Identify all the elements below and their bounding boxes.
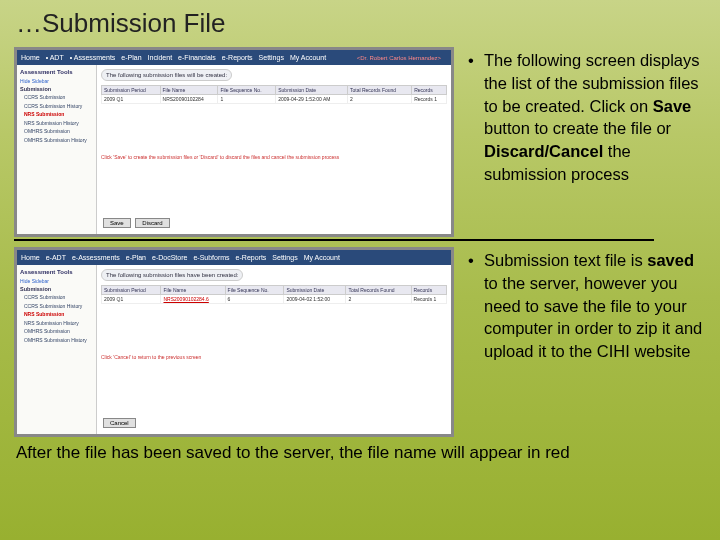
sidebar-item[interactable]: CCRS Submission <box>20 94 93 101</box>
cancel-button[interactable]: Cancel <box>103 418 136 428</box>
row-2: Home e-ADT e-Assessments e-Plan e-DocSto… <box>0 247 720 437</box>
sidebar-item[interactable]: NRS Submission History <box>20 320 93 327</box>
hint-text: Click 'Save' to create the submission fi… <box>101 154 447 160</box>
nav-account[interactable]: My Account <box>290 54 326 61</box>
discard-button[interactable]: Discard <box>135 218 169 228</box>
sidebar-item[interactable]: OMHRS Submission <box>20 328 93 335</box>
th-filename: File Name <box>160 86 218 95</box>
sidebar-item[interactable]: CCRS Submission <box>20 294 93 301</box>
sidebar-section: Submission <box>20 286 93 292</box>
sidebar-item[interactable]: CCRS Submission History <box>20 103 93 110</box>
nav-reports[interactable]: e-Reports <box>222 54 253 61</box>
td-period: 2009 Q1 <box>102 295 161 304</box>
footer-text: After the file has been saved to the ser… <box>0 437 720 469</box>
nav-assess[interactable]: • Assessments <box>70 54 116 61</box>
nav-sub[interactable]: e-Subforms <box>193 254 229 261</box>
td-total: 2 <box>348 95 412 104</box>
th-seqno: File Sequence No. <box>225 286 284 295</box>
bullet-list-2: Submission text file is saved to the ser… <box>464 247 706 437</box>
sidebar-item-active[interactable]: NRS Submission <box>20 111 93 118</box>
nav-account[interactable]: My Account <box>304 254 340 261</box>
td-records: Records 1 <box>411 295 446 304</box>
sidebar-item[interactable]: CCRS Submission History <box>20 303 93 310</box>
submission-table: Submission Period File Name File Sequenc… <box>101 85 447 104</box>
th-period: Submission Period <box>102 286 161 295</box>
th-records: Records <box>411 286 446 295</box>
main-pane: The following submission files will be c… <box>97 65 451 234</box>
th-filename: File Name <box>161 286 225 295</box>
main-pane: The following submission files have been… <box>97 265 451 434</box>
table-row: 2009 Q1 NRS20090102284.6 6 2009-04-02 1:… <box>102 295 447 304</box>
current-user: <Dr. Robert Carlos Hernandez> <box>357 55 441 61</box>
bullet-item: Submission text file is saved to the ser… <box>464 249 706 363</box>
nav-adt[interactable]: e-ADT <box>46 254 66 261</box>
th-total: Total Records Found <box>346 286 411 295</box>
sidebar-item[interactable]: OMHRS Submission <box>20 128 93 135</box>
th-total: Total Records Found <box>348 86 412 95</box>
th-date: Submission Date <box>276 86 348 95</box>
bullet-list-1: The following screen displays the list o… <box>464 47 706 237</box>
td-seqno: 1 <box>218 95 276 104</box>
sidebar-item-active[interactable]: NRS Submission <box>20 311 93 318</box>
nav-plan[interactable]: e-Plan <box>121 54 141 61</box>
td-date: 2009-04-02 1:52:00 <box>284 295 346 304</box>
td-seqno: 6 <box>225 295 284 304</box>
td-records: Records 1 <box>412 95 447 104</box>
bullet-item: The following screen displays the list o… <box>464 49 706 186</box>
td-total: 2 <box>346 295 411 304</box>
save-button[interactable]: Save <box>103 218 131 228</box>
divider <box>14 239 654 241</box>
app-header: Home • ADT • Assessments e-Plan Incident… <box>17 50 451 65</box>
app-header: Home e-ADT e-Assessments e-Plan e-DocSto… <box>17 250 451 265</box>
sidebar-item[interactable]: NRS Submission History <box>20 120 93 127</box>
nav-home[interactable]: Home <box>21 254 40 261</box>
nav-settings[interactable]: Settings <box>272 254 297 261</box>
nav-doc[interactable]: e-DocStore <box>152 254 187 261</box>
hint-text: Click 'Cancel' to return to the previous… <box>101 354 447 360</box>
nav-adt[interactable]: • ADT <box>46 54 64 61</box>
sidebar-title: Assessment Tools <box>20 269 93 275</box>
nav-assess[interactable]: e-Assessments <box>72 254 120 261</box>
screenshot-1: Home • ADT • Assessments e-Plan Incident… <box>14 47 454 237</box>
row-1: Home • ADT • Assessments e-Plan Incident… <box>0 47 720 237</box>
nav-plan[interactable]: e-Plan <box>126 254 146 261</box>
td-period: 2009 Q1 <box>102 95 161 104</box>
notice-banner: The following submission files will be c… <box>101 69 232 81</box>
sidebar-section: Submission <box>20 86 93 92</box>
screenshot-2: Home e-ADT e-Assessments e-Plan e-DocSto… <box>14 247 454 437</box>
td-filename: NRS20090102284 <box>160 95 218 104</box>
submission-table: Submission Period File Name File Sequenc… <box>101 285 447 304</box>
sidebar-item[interactable]: OMHRS Submission History <box>20 337 93 344</box>
nav-financials[interactable]: e-Financials <box>178 54 216 61</box>
th-seqno: File Sequence No. <box>218 86 276 95</box>
sidebar-title: Assessment Tools <box>20 69 93 75</box>
nav-incident[interactable]: Incident <box>148 54 173 61</box>
notice-banner: The following submission files have been… <box>101 269 243 281</box>
sidebar: Assessment Tools Hide Sidebar Submission… <box>17 65 97 234</box>
td-date: 2009-04-29 1:52:00 AM <box>276 95 348 104</box>
hide-sidebar-link[interactable]: Hide Sidebar <box>20 78 93 84</box>
saved-file-link[interactable]: NRS20090102284.6 <box>163 296 208 302</box>
page-title: …Submission File <box>0 0 720 47</box>
th-date: Submission Date <box>284 286 346 295</box>
sidebar: Assessment Tools Hide Sidebar Submission… <box>17 265 97 434</box>
nav-reports[interactable]: e-Reports <box>236 254 267 261</box>
th-period: Submission Period <box>102 86 161 95</box>
td-filename-saved[interactable]: NRS20090102284.6 <box>161 295 225 304</box>
table-row: 2009 Q1 NRS20090102284 1 2009-04-29 1:52… <box>102 95 447 104</box>
th-records: Records <box>412 86 447 95</box>
nav-settings[interactable]: Settings <box>259 54 284 61</box>
sidebar-item[interactable]: OMHRS Submission History <box>20 137 93 144</box>
hide-sidebar-link[interactable]: Hide Sidebar <box>20 278 93 284</box>
nav-home[interactable]: Home <box>21 54 40 61</box>
